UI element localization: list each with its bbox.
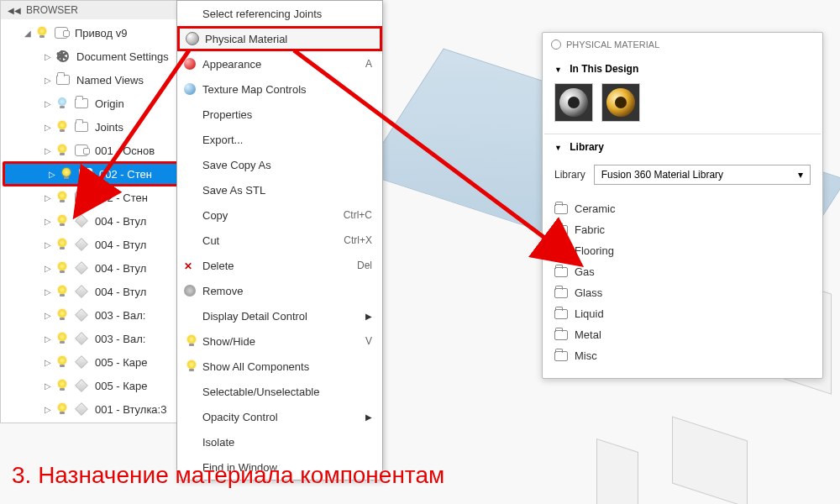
folder-icon [554,330,568,340]
folder-ceramic[interactable]: Ceramic [554,198,811,219]
lightbulb-icon[interactable] [55,355,69,369]
tree-item[interactable]: ▷ 004 - Втул [1,256,184,280]
chevron-right-icon[interactable]: ▷ [43,217,53,226]
menu-properties[interactable]: Properties [177,102,382,127]
folder-gas[interactable]: Gas [554,261,811,282]
browser-header[interactable]: ◀◀ BROWSER [1,1,184,19]
menu-appearance[interactable]: Appearance A [177,51,382,76]
folder-fabric[interactable]: Fabric [554,219,811,240]
menu-texture-map[interactable]: Texture Map Controls [177,76,382,102]
folder-icon [554,267,568,277]
chevron-right-icon[interactable]: ▷ [43,76,53,85]
menu-export[interactable]: Export... [177,127,382,152]
browser-title: BROWSER [26,4,78,16]
lightbulb-icon[interactable] [55,308,69,322]
menu-label: Cut [202,234,219,247]
menu-label: Show All Components [202,360,309,373]
chevron-down-icon[interactable]: ◢ [23,29,33,38]
menu-remove[interactable]: Remove [177,278,382,303]
lightbulb-icon[interactable] [60,167,73,181]
tree-item[interactable]: ▷ 005 - Каре [1,350,184,374]
tree-item-joints[interactable]: ▷ Joints [1,115,184,139]
menu-save-copy[interactable]: Save Copy As [177,152,382,177]
material-swatch-steel[interactable] [554,83,593,122]
panel-header[interactable]: PHYSICAL MATERIAL [543,33,822,56]
menu-selectable[interactable]: Selectable/Unselectable [177,379,382,404]
menu-opacity[interactable]: Opacity Control ▶ [177,404,382,429]
chevron-right-icon[interactable]: ▷ [43,311,53,320]
tree-item[interactable]: ▷ 003 - Вал: [1,303,184,327]
folder-liquid[interactable]: Liquid [554,303,811,324]
collapse-icon[interactable]: ◀◀ [8,6,21,15]
lightbulb-icon[interactable] [55,120,69,134]
section-in-design[interactable]: In This Design [543,56,822,81]
tree-label: 005 - Каре [95,356,148,369]
chevron-right-icon[interactable]: ▷ [43,123,53,132]
menu-select-referencing[interactable]: Select referencing Joints [177,1,382,26]
lightbulb-icon[interactable] [55,214,69,228]
tree-label: 001 - Основ [95,144,155,157]
library-dropdown[interactable]: Fusion 360 Material Library ▾ [594,165,811,185]
menu-label: Delete [202,260,234,272]
lightbulb-icon[interactable] [55,402,69,416]
tree-item[interactable]: ▷ 004 - Втул [1,209,184,233]
lightbulb-icon[interactable] [55,379,69,392]
chevron-right-icon[interactable]: ▷ [47,170,57,179]
menu-delete[interactable]: Delete Del [177,253,382,278]
lightbulb-icon[interactable] [55,97,69,110]
chevron-right-icon[interactable]: ▷ [43,405,53,414]
tree-item[interactable]: ▷ 001 - Основ [1,139,184,162]
folder-metal[interactable]: Metal [554,324,811,345]
folder-label: Liquid [575,307,604,320]
menu-label: Selectable/Unselectable [202,386,319,398]
folder-label: Ceramic [575,202,615,215]
tree-item[interactable]: ▷ 004 - Втул [1,233,184,256]
chevron-right-icon[interactable]: ▷ [43,334,53,344]
folder-misc[interactable]: Misc [554,345,811,366]
chevron-right-icon[interactable]: ▷ [43,193,53,202]
menu-copy[interactable]: Copy Ctrl+C [177,202,382,228]
tree-item[interactable]: ▷ 001 - Втулка:3 [1,397,184,421]
menu-physical-material[interactable]: Physical Material [177,26,382,51]
menu-cut[interactable]: Cut Ctrl+X [177,228,382,253]
chevron-right-icon[interactable]: ▷ [43,287,53,297]
library-label: Library [554,169,585,181]
tree-root[interactable]: ◢ Привод v9 [1,21,184,45]
section-library[interactable]: Library [543,134,822,160]
menu-save-stl[interactable]: Save As STL [177,177,382,202]
menu-display-detail[interactable]: Display Detail Control ▶ [177,303,382,328]
menu-show-all[interactable]: Show All Components [177,354,382,379]
cube-icon [74,284,89,299]
chevron-right-icon[interactable]: ▷ [43,52,53,61]
menu-showhide[interactable]: Show/Hide V [177,328,382,354]
material-swatch-brass[interactable] [601,83,640,122]
menu-isolate[interactable]: Isolate [177,429,382,454]
tree-item-origin[interactable]: ▷ Origin [1,92,184,115]
tree-label: 004 - Втул [95,239,146,251]
chevron-right-icon[interactable]: ▷ [43,264,53,273]
tree-item[interactable]: ▷ 004 - Втул [1,280,184,303]
folder-glass[interactable]: Glass [554,282,811,303]
lightbulb-icon[interactable] [55,144,69,157]
tree-item[interactable]: ▷ 005 - Каре [1,374,184,397]
chevron-right-icon[interactable]: ▷ [43,381,53,391]
tree-item-views[interactable]: ▷ Named Views [1,68,184,92]
tree-item-selected[interactable]: ▷ 002 - Стен [3,161,182,186]
tree-item-docset[interactable]: ▷ Document Settings [1,45,184,68]
chevron-right-icon[interactable]: ▷ [43,99,53,108]
lightbulb-icon[interactable] [35,26,49,39]
menu-label: Physical Material [205,33,287,45]
tree-item[interactable]: ▷ 002 - Стен [1,186,184,209]
tree-item[interactable]: ▷ 003 - Вал: [1,327,184,350]
lightbulb-icon[interactable] [55,238,69,251]
chevron-down-icon: ▾ [798,169,803,181]
chevron-right-icon[interactable]: ▷ [43,146,53,155]
lightbulb-icon[interactable] [55,332,69,345]
chevron-right-icon[interactable]: ▷ [43,358,53,367]
lightbulb-icon[interactable] [55,261,69,275]
chevron-right-icon[interactable]: ▷ [43,240,53,249]
lightbulb-icon[interactable] [55,191,69,204]
folder-flooring[interactable]: Flooring [554,240,811,261]
lightbulb-icon[interactable] [55,285,69,298]
folder-icon [554,204,568,214]
